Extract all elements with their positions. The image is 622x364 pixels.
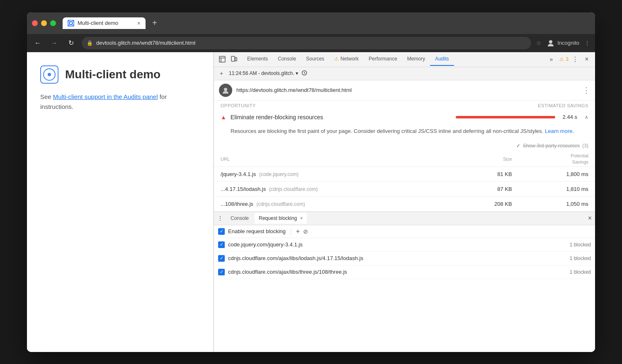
new-tab-button[interactable]: + <box>149 17 160 29</box>
estimated-savings-label: Estimated Savings <box>538 103 588 108</box>
session-dropdown-icon: ▾ <box>296 70 298 76</box>
page-title: Multi-client demo <box>65 65 160 84</box>
blocked-item-checkbox-1[interactable]: ✓ <box>218 255 225 262</box>
resources-table: URL Size PotentialSavings /jquery-3.4.1.… <box>214 151 595 211</box>
warning-badge-icon: ⚠ <box>559 56 564 62</box>
audit-error-icon: ▲ <box>221 114 226 121</box>
audit-expand-chevron[interactable]: ∧ <box>585 114 588 120</box>
audit-progress-bar <box>456 116 555 118</box>
tab-favicon <box>68 20 74 27</box>
inspect-icon[interactable] <box>217 54 227 64</box>
resource-url-2: ...108/three.js (cdnjs.cloudflare.com) <box>214 196 452 211</box>
bottom-drawer: ⋮ Console Request blocking × × <box>214 212 595 279</box>
resource-row-2: ...108/three.js (cdnjs.cloudflare.com) 2… <box>214 196 595 211</box>
blocked-item-url-2: cdnjs.cloudflare.com/ajax/libs/three.js/… <box>228 269 566 275</box>
tab-console[interactable]: Console <box>273 53 301 66</box>
devtools-tabs: Elements Console Sources ⚠ Network Perfo… <box>242 53 547 66</box>
title-bar: Multi-client demo × + <box>27 12 595 34</box>
active-tab[interactable]: Multi-client demo × <box>63 17 146 29</box>
drawer-tab-request-blocking[interactable]: Request blocking × <box>255 213 307 224</box>
resource-url-text-1: ...4.17.15/lodash.js <box>221 186 266 192</box>
svg-rect-3 <box>219 56 225 62</box>
star-icon[interactable]: ☆ <box>536 40 542 46</box>
page-desc-before: See <box>40 93 53 100</box>
device-toggle-icon[interactable] <box>229 54 239 64</box>
resource-size-2: 208 KB <box>452 196 519 211</box>
drawer-close-button[interactable]: × <box>588 215 592 222</box>
enable-blocking-checkbox[interactable]: ✓ <box>218 228 225 235</box>
drawer-tab-console[interactable]: Console <box>226 213 253 224</box>
tab-bar: Multi-client demo × + <box>63 17 590 29</box>
refresh-button[interactable]: ↻ <box>65 37 77 49</box>
audit-url-menu[interactable]: ⋮ <box>583 86 590 95</box>
blocked-item-checkbox-0[interactable]: ✓ <box>218 241 225 248</box>
resource-savings-2: 1,050 ms <box>519 196 595 211</box>
resource-url-text-0: /jquery-3.4.1.js <box>221 171 256 177</box>
tab-close-button[interactable]: × <box>137 20 141 27</box>
browser-menu-icon[interactable]: ⋮ <box>584 40 590 46</box>
svg-rect-7 <box>235 58 237 61</box>
resource-row-0: /jquery-3.4.1.js (code.jquery.com) 81 KB… <box>214 166 595 181</box>
blocked-item-url-1: cdnjs.cloudflare.com/ajax/libs/lodash.js… <box>228 255 566 261</box>
tab-audits[interactable]: Audits <box>430 53 454 66</box>
history-icon[interactable] <box>301 70 307 77</box>
drawer-menu-icon[interactable]: ⋮ <box>217 215 223 222</box>
traffic-light-red[interactable] <box>32 20 38 26</box>
add-pattern-button[interactable]: + <box>296 228 300 235</box>
add-session-button[interactable]: + <box>217 69 226 77</box>
svg-point-1 <box>70 22 72 24</box>
third-party-checkbox[interactable]: ✓ <box>516 143 520 149</box>
svg-rect-6 <box>231 56 235 61</box>
session-selector[interactable]: 11:24:56 AM - devtools.glitch. ▾ <box>229 70 298 76</box>
col-header-size: Size <box>452 151 519 166</box>
drawer-content: ✓ Enable request blocking + ⊘ ✓ <box>214 225 595 279</box>
page-content: Multi-client demo See Multi-client suppo… <box>27 52 214 352</box>
resource-url-0: /jquery-3.4.1.js (code.jquery.com) <box>214 166 452 181</box>
tab-network[interactable]: ⚠ Network <box>329 53 364 66</box>
devtools-toolbar-right: » ⚠ 3 ⋮ × <box>547 54 592 64</box>
session-label: 11:24:56 AM - devtools.glitch. <box>229 70 294 76</box>
tab-memory[interactable]: Memory <box>402 53 430 66</box>
page-logo <box>40 65 58 84</box>
audit-desc-text: Resources are blocking the first paint o… <box>231 128 543 134</box>
url-bar[interactable]: 🔒 devtools.glitch.me/wndt78/multiclient.… <box>82 37 531 49</box>
devtools-settings-icon[interactable]: ⋮ <box>572 55 578 63</box>
devtools-close-button[interactable]: × <box>582 54 592 64</box>
network-warning-icon: ⚠ <box>334 56 339 62</box>
traffic-light-green[interactable] <box>50 20 56 26</box>
checkbox-check-icon: ✓ <box>220 229 224 234</box>
tab-elements[interactable]: Elements <box>242 53 273 66</box>
resource-url-text-2: ...108/three.js <box>221 201 253 207</box>
audit-item-header: ▲ Eliminate render-blocking resources 2.… <box>214 110 595 125</box>
blocked-count-1: 1 blocked <box>570 256 591 261</box>
toolbar-divider <box>291 228 291 235</box>
devtools-icons <box>217 54 239 64</box>
audit-description: Resources are blocking the first paint o… <box>214 125 595 141</box>
traffic-light-yellow[interactable] <box>41 20 47 26</box>
audit-avatar <box>219 84 232 97</box>
page-description: See Multi-client support in the Audits p… <box>40 92 200 112</box>
blocked-item-checkbox-2[interactable]: ✓ <box>218 269 225 275</box>
blocked-count-0: 1 blocked <box>570 242 591 248</box>
tab-sources[interactable]: Sources <box>301 53 329 66</box>
devtools-panel: Elements Console Sources ⚠ Network Perfo… <box>214 52 595 352</box>
address-bar-right: ☆ Incognito ⋮ <box>536 39 590 47</box>
opportunity-label: Opportunity <box>221 103 256 108</box>
third-party-label[interactable]: Show 3rd-party resources <box>523 143 580 149</box>
forward-button[interactable]: → <box>49 37 60 49</box>
more-tabs-icon[interactable]: » <box>547 56 556 63</box>
tab-title: Multi-client demo <box>78 20 118 26</box>
resource-source-0: (code.jquery.com) <box>259 171 299 177</box>
resource-size-1: 87 KB <box>452 181 519 196</box>
audits-panel-link[interactable]: Multi-client support in the Audits panel <box>53 93 158 100</box>
drawer-tab-close-icon[interactable]: × <box>300 215 303 221</box>
block-icon[interactable]: ⊘ <box>303 228 308 235</box>
tab-performance[interactable]: Performance <box>364 53 402 66</box>
resource-savings-0: 1,800 ms <box>519 166 595 181</box>
third-party-row: ✓ Show 3rd-party resources (3) <box>214 140 595 151</box>
back-button[interactable]: ← <box>32 37 44 49</box>
blocked-item-url-0: code.jquery.com/jquery-3.4.1.js <box>228 241 566 248</box>
resource-source-2: (cdnjs.cloudflare.com) <box>256 201 305 207</box>
enable-blocking-label: Enable request blocking <box>228 228 286 234</box>
audit-learn-more-link[interactable]: Learn more <box>545 128 572 134</box>
